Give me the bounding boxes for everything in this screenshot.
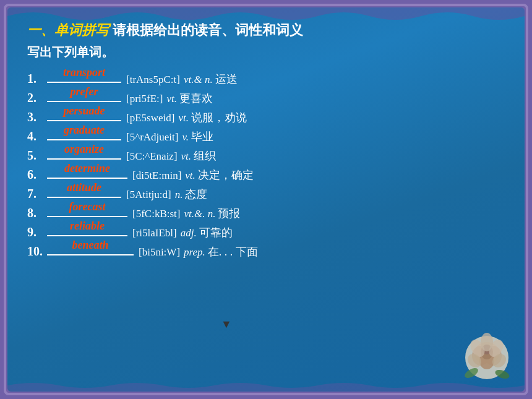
meaning: 在. . . 下面: [208, 244, 258, 261]
item-number: 2.: [27, 88, 45, 108]
phonetic: [5C:^Enaiz]: [126, 148, 178, 165]
main-content: 一、单词拼写 请根据给出的读音、词性和词义 写出下列单词。 1. transpo…: [27, 21, 505, 261]
subtitle: 写出下列单词。: [27, 44, 505, 61]
item-number: 6.: [27, 165, 45, 184]
item-number: 4.: [27, 127, 45, 146]
answer-blank: determine: [47, 165, 127, 179]
item-number: 5.: [27, 146, 45, 165]
item-number: 8.: [27, 204, 45, 223]
answer-text: organize: [64, 141, 104, 158]
answer-text: forecast: [69, 199, 106, 216]
meaning: 更喜欢: [179, 90, 213, 108]
instruction-text: 请根据给出的读音、词性和词义: [113, 22, 303, 38]
phonetic: [5^rAdjueit]: [126, 129, 178, 145]
pos: adj.: [181, 225, 197, 241]
inner-frame: 一、单词拼写 请根据给出的读音、词性和词义 写出下列单词。 1. transpo…: [7, 7, 525, 392]
answer-text: reliable: [70, 218, 105, 235]
pos: prep.: [184, 244, 205, 260]
bottom-wave: [7, 379, 525, 392]
phonetic: [bi5ni:W]: [139, 244, 180, 260]
answer-text: transport: [63, 64, 105, 82]
answer-text: graduate: [64, 122, 105, 139]
meaning: 决定，确定: [198, 167, 254, 184]
pos: vt.: [166, 91, 177, 107]
answer-blank: attitude: [47, 184, 121, 198]
meaning: 说服，劝说: [191, 109, 247, 127]
answer-blank: persuade: [47, 108, 121, 121]
item-number: 9.: [27, 223, 45, 242]
phonetic: [trAns5pC:t]: [126, 72, 180, 88]
list-item: 1. transport [trAns5pC:t] vt.& n. 运送: [27, 69, 505, 88]
pos: vt.: [185, 168, 195, 184]
answer-text: persuade: [64, 103, 105, 120]
list-item: 10. beneath [bi5ni:W] prep. 在. . . 下面: [27, 242, 505, 261]
pos: vt.& n.: [184, 72, 213, 88]
answer-text: determine: [64, 160, 110, 178]
phonetic: [5fC:kB:st]: [132, 206, 180, 222]
answer-blank: graduate: [47, 127, 121, 140]
title-line: 一、单词拼写 请根据给出的读音、词性和词义: [27, 21, 505, 40]
answer-blank: forecast: [47, 204, 127, 217]
meaning: 态度: [185, 186, 207, 204]
meaning: 运送: [215, 71, 238, 88]
item-number: 3.: [27, 108, 45, 127]
answer-blank: beneath: [47, 242, 134, 255]
svg-point-9: [481, 333, 493, 351]
pos: vt.: [178, 110, 189, 126]
phonetic: [pE5sweid]: [126, 110, 174, 126]
meaning: 可靠的: [199, 225, 233, 242]
phonetic: [ri5laIEbl]: [132, 225, 177, 241]
answer-blank: transport: [47, 69, 121, 83]
answer-blank: organize: [47, 146, 121, 160]
item-number: 10.: [27, 242, 45, 261]
outer-frame: 一、单词拼写 请根据给出的读音、词性和词义 写出下列单词。 1. transpo…: [0, 0, 532, 399]
phonetic: [pri5fE:]: [126, 91, 163, 107]
answer-blank: prefer: [47, 88, 121, 102]
phonetic: [5Atitju:d]: [126, 187, 171, 203]
answer-text: beneath: [72, 237, 108, 254]
pos: n.: [175, 187, 183, 203]
word-list: 1. transport [trAns5pC:t] vt.& n. 运送 2. …: [27, 69, 505, 261]
meaning: 毕业: [191, 129, 213, 146]
rose-decoration: [459, 330, 515, 385]
answer-text: attitude: [67, 179, 101, 197]
answer-text: prefer: [71, 84, 98, 101]
item-number: 7.: [27, 184, 45, 204]
item-number: 1.: [27, 69, 45, 88]
cursor-indicator: ▼: [221, 318, 232, 331]
pos: vt.: [181, 148, 192, 165]
meaning: 组织: [194, 148, 216, 165]
answer-blank: reliable: [47, 223, 127, 236]
pos: vt.&. n.: [184, 206, 215, 222]
section-number: 一、单词拼写: [27, 22, 109, 38]
meaning: 预报: [218, 205, 240, 223]
pos: v.: [182, 129, 189, 145]
phonetic: [di5tE:min]: [132, 168, 181, 184]
